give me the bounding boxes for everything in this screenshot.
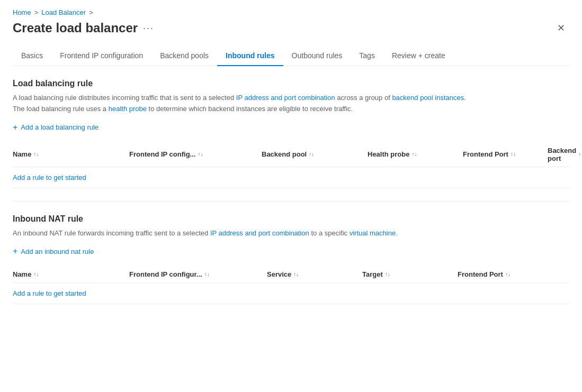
- page-header: Create load balancer ··· ✕: [13, 21, 569, 35]
- breadcrumb-loadbalancer[interactable]: Load Balancer: [41, 8, 86, 16]
- lb-col-backend-port-sort[interactable]: ↑↓: [578, 151, 582, 157]
- lb-col-name-label: Name: [13, 150, 31, 158]
- lb-desc-part3: .: [464, 94, 466, 102]
- lb-col-health-probe-sort[interactable]: ↑↓: [411, 151, 417, 157]
- add-nat-rule-label: Add an inbound nat rule: [21, 248, 94, 256]
- lb-col-backend-pool[interactable]: Backend pool ↑↓: [262, 147, 368, 162]
- breadcrumb: Home > Load Balancer >: [13, 8, 569, 16]
- more-options-button[interactable]: ···: [143, 23, 154, 34]
- lb-col-frontend-ip[interactable]: Frontend IP config... ↑↓: [129, 147, 262, 162]
- page-title-row: Create load balancer ···: [13, 21, 154, 35]
- lb-col-frontend-port-sort[interactable]: ↑↓: [511, 151, 516, 157]
- breadcrumb-separator1: >: [34, 8, 39, 16]
- nat-col-name-sort[interactable]: ↑↓: [33, 271, 39, 277]
- nat-col-frontend-port-sort[interactable]: ↑↓: [505, 271, 511, 277]
- page-container: Home > Load Balancer > Create load balan…: [0, 0, 582, 392]
- nat-desc-link2[interactable]: virtual machine: [350, 229, 396, 237]
- nat-rule-description: An inbound NAT rule forwards incoming tr…: [13, 228, 569, 239]
- nat-col-frontend-port-label: Frontend Port: [458, 270, 503, 278]
- nat-col-frontend-ip[interactable]: Frontend IP configur... ↑↓: [129, 270, 267, 278]
- lb-col-frontend-port[interactable]: Frontend Port ↑↓: [463, 147, 548, 162]
- lb-col-frontend-port-label: Frontend Port: [463, 150, 508, 158]
- lb-col-backend-pool-label: Backend pool: [262, 150, 307, 158]
- lb-desc-part3b: The load balancing rule uses a: [13, 105, 109, 113]
- add-lb-rule-plus-icon: +: [13, 123, 17, 132]
- page-title: Create load balancer: [13, 21, 138, 35]
- lb-col-health-probe-label: Health probe: [368, 150, 409, 158]
- tab-tags[interactable]: Tags: [351, 46, 383, 66]
- breadcrumb-home[interactable]: Home: [13, 8, 31, 16]
- nat-col-name-label: Name: [13, 270, 31, 278]
- lb-desc-link1[interactable]: IP address and port combination: [236, 94, 335, 102]
- nat-col-service-sort[interactable]: ↑↓: [293, 271, 299, 277]
- lb-rule-table-header: Name ↑↓ Frontend IP config... ↑↓ Backend…: [13, 142, 569, 167]
- lb-col-name[interactable]: Name ↑↓: [13, 147, 129, 162]
- lb-desc-link2[interactable]: backend pool instances: [392, 94, 464, 102]
- inbound-nat-rule-section: Inbound NAT rule An inbound NAT rule for…: [13, 214, 569, 305]
- nat-col-frontend-ip-sort[interactable]: ↑↓: [204, 271, 210, 277]
- lb-col-backend-port-label: Backend port: [548, 147, 576, 162]
- tab-backend-pools[interactable]: Backend pools: [151, 46, 217, 66]
- lb-col-backend-pool-sort[interactable]: ↑↓: [309, 151, 314, 157]
- lb-desc-part4: to determine which backend instances are…: [147, 105, 353, 113]
- lb-desc-part2: across a group of: [335, 94, 392, 102]
- tab-inbound-rules[interactable]: Inbound rules: [217, 46, 283, 66]
- add-nat-rule-link[interactable]: + Add an inbound nat rule: [13, 247, 569, 256]
- nat-col-frontend-ip-label: Frontend IP configur...: [129, 270, 202, 278]
- tabs-container: Basics Frontend IP configuration Backend…: [13, 46, 569, 66]
- lb-col-name-sort[interactable]: ↑↓: [33, 151, 39, 157]
- nat-col-service[interactable]: Service ↑↓: [267, 270, 362, 278]
- lb-rule-description: A load balancing rule distributes incomi…: [13, 93, 569, 115]
- lb-desc-part1: A load balancing rule distributes incomi…: [13, 94, 236, 102]
- nat-desc-link1[interactable]: IP address and port combination: [210, 229, 309, 237]
- nat-col-target[interactable]: Target ↑↓: [362, 270, 458, 278]
- close-button[interactable]: ✕: [553, 21, 569, 35]
- tab-basics[interactable]: Basics: [13, 46, 51, 66]
- lb-col-frontend-ip-sort[interactable]: ↑↓: [198, 151, 203, 157]
- nat-desc-part1: An inbound NAT rule forwards incoming tr…: [13, 229, 210, 237]
- nat-col-target-label: Target: [362, 270, 383, 278]
- nat-rule-empty-row: Add a rule to get started: [13, 283, 569, 304]
- tab-outbound-rules[interactable]: Outbound rules: [283, 46, 351, 66]
- nat-rule-title: Inbound NAT rule: [13, 214, 569, 224]
- add-lb-rule-label: Add a load balancing rule: [21, 123, 99, 131]
- nat-col-frontend-port[interactable]: Frontend Port ↑↓: [458, 270, 569, 278]
- load-balancing-rule-section: Load balancing rule A load balancing rul…: [13, 79, 569, 188]
- nat-desc-part2: to a specific: [309, 229, 350, 237]
- lb-col-frontend-ip-label: Frontend IP config...: [129, 150, 195, 158]
- lb-rule-empty-row: Add a rule to get started: [13, 167, 569, 188]
- breadcrumb-separator2: >: [89, 8, 93, 16]
- nat-col-name[interactable]: Name ↑↓: [13, 270, 129, 278]
- add-lb-rule-link[interactable]: + Add a load balancing rule: [13, 123, 569, 132]
- section-divider: [13, 201, 569, 202]
- add-nat-rule-plus-icon: +: [13, 247, 17, 256]
- lb-desc-link3[interactable]: health probe: [109, 105, 147, 113]
- tab-review-create[interactable]: Review + create: [383, 46, 454, 66]
- lb-col-backend-port[interactable]: Backend port ↑↓: [548, 147, 582, 162]
- nat-desc-part3: .: [396, 229, 398, 237]
- nat-col-service-label: Service: [267, 270, 291, 278]
- tab-frontend-ip[interactable]: Frontend IP configuration: [51, 46, 151, 66]
- nat-rule-table: Name ↑↓ Frontend IP configur... ↑↓ Servi…: [13, 266, 569, 304]
- lb-rule-table: Name ↑↓ Frontend IP config... ↑↓ Backend…: [13, 142, 569, 188]
- nat-rule-table-header: Name ↑↓ Frontend IP configur... ↑↓ Servi…: [13, 266, 569, 283]
- lb-rule-title: Load balancing rule: [13, 79, 569, 88]
- nat-col-target-sort[interactable]: ↑↓: [385, 271, 390, 277]
- lb-col-health-probe[interactable]: Health probe ↑↓: [368, 147, 463, 162]
